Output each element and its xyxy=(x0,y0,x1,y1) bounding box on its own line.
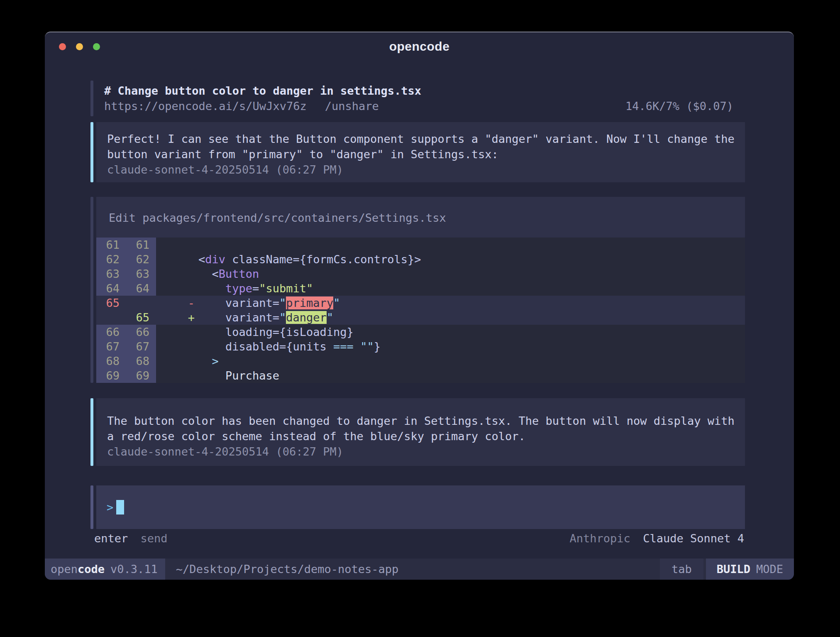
diff-row-ctx: 6363 <Button xyxy=(96,267,745,281)
mode-word-mode: MODE xyxy=(756,559,783,580)
line-number-old: 67 xyxy=(96,339,126,354)
code-line: variant="primary" xyxy=(198,296,745,310)
line-number-old: 65 xyxy=(96,296,126,310)
code-line: <Button xyxy=(198,267,745,281)
diff-marker xyxy=(156,238,198,252)
model-label[interactable]: Claude Sonnet 4 xyxy=(643,532,744,545)
code-line: loading={isLoading} xyxy=(198,325,745,339)
opencode-window: opencode # Change button color to danger… xyxy=(45,32,794,580)
enter-key-hint: enter xyxy=(94,532,128,545)
diff-marker: - xyxy=(156,296,198,310)
diff-row-ctx: 6161 xyxy=(96,238,745,252)
status-bar: opencode v0.3.11 ~/Desktop/Projects/demo… xyxy=(45,559,794,580)
line-number-new: 63 xyxy=(126,267,156,281)
diff-row-del: 65- variant="primary" xyxy=(96,296,745,310)
hints-row: enter send Anthropic Claude Sonnet 4 xyxy=(90,532,750,546)
diff-row-ctx: 6464 type="submit" xyxy=(96,281,745,296)
prompt-input-block: > xyxy=(90,485,750,529)
line-number-new: 64 xyxy=(126,281,156,296)
code-line: variant="danger" xyxy=(198,310,745,325)
line-number-old: 61 xyxy=(96,238,126,252)
line-number-new: 61 xyxy=(126,238,156,252)
window-titlebar: opencode xyxy=(45,32,794,61)
line-number-old: 63 xyxy=(96,267,126,281)
share-url-link[interactable]: https://opencode.ai/s/UwJxv76z xyxy=(104,98,307,114)
session-header: # Change button color to danger in setti… xyxy=(90,81,750,116)
tab-key-hint: tab xyxy=(660,559,703,580)
assistant-message-line: button variant from "primary" to "danger… xyxy=(107,147,734,162)
input-right-rule xyxy=(747,485,750,529)
line-number-old: 66 xyxy=(96,325,126,339)
edit-panel-body: Edit packages/frontend/src/containers/Se… xyxy=(96,197,745,383)
prompt-input[interactable]: > xyxy=(96,485,745,529)
diff-marker xyxy=(156,267,198,281)
token-usage-cost: 14.6K/7% ($0.07) xyxy=(625,98,733,114)
code-line: <div className={formCs.controls}> xyxy=(198,252,745,267)
line-number-old: 69 xyxy=(96,368,126,383)
diff-marker xyxy=(156,252,198,267)
line-number-old: 68 xyxy=(96,354,126,368)
line-number-new: 69 xyxy=(126,368,156,383)
diff-marker xyxy=(156,339,198,354)
assistant-message-right-rule xyxy=(747,398,750,466)
chat-scroll-area: # Change button color to danger in setti… xyxy=(90,81,750,546)
edit-panel-left-rule xyxy=(90,197,93,383)
assistant-message: Perfect! I can see that the Button compo… xyxy=(90,122,750,182)
line-number-new xyxy=(126,296,156,310)
assistant-message-line: The button color has been changed to dan… xyxy=(107,413,734,429)
code-line: Purchase xyxy=(198,368,745,383)
diff-row-ctx: 6868 > xyxy=(96,354,745,368)
code-line: disabled={units === ""} xyxy=(198,339,745,354)
assistant-message-right-rule xyxy=(747,122,750,182)
assistant-message-accent-bar xyxy=(90,122,93,182)
line-number-new: 62 xyxy=(126,252,156,267)
line-number-new: 65 xyxy=(126,310,156,325)
build-mode-chip[interactable]: BUILD MODE xyxy=(706,559,794,580)
assistant-message-accent-bar xyxy=(90,398,93,466)
diff-view: 61616262<div className={formCs.controls}… xyxy=(96,238,745,383)
assistant-message-line: Perfect! I can see that the Button compo… xyxy=(107,131,734,147)
message-model-timestamp: claude-sonnet-4-20250514 (06:27 PM) xyxy=(107,444,734,459)
line-number-new: 68 xyxy=(126,354,156,368)
diff-marker xyxy=(156,354,198,368)
app-name-open: open xyxy=(51,559,78,580)
edit-panel-scrollbar[interactable] xyxy=(747,197,750,383)
diff-row-ctx: 6262<div className={formCs.controls}> xyxy=(96,252,745,267)
line-number-old: 64 xyxy=(96,281,126,296)
window-title: opencode xyxy=(45,39,794,54)
input-left-rule xyxy=(90,485,93,529)
edit-tool-panel: Edit packages/frontend/src/containers/Se… xyxy=(90,197,750,383)
diff-row-ctx: 6969 Purchase xyxy=(96,368,745,383)
session-header-left-rule xyxy=(90,81,93,116)
diff-marker: + xyxy=(156,310,198,325)
code-line: type="submit" xyxy=(198,281,745,296)
provider-label: Anthropic xyxy=(570,532,630,545)
diff-marker xyxy=(156,325,198,339)
message-model-timestamp: claude-sonnet-4-20250514 (06:27 PM) xyxy=(107,162,734,177)
working-directory: ~/Desktop/Projects/demo-notes-app xyxy=(176,559,398,580)
prompt-chevron: > xyxy=(107,501,113,514)
diff-row-add: 65+ variant="danger" xyxy=(96,310,745,325)
line-number-new: 67 xyxy=(126,339,156,354)
line-number-old: 62 xyxy=(96,252,126,267)
send-action-hint: send xyxy=(141,532,168,545)
diff-row-ctx: 6767 disabled={units === ""} xyxy=(96,339,745,354)
app-name-code: code xyxy=(78,559,105,580)
edit-file-path: Edit packages/frontend/src/containers/Se… xyxy=(96,212,745,224)
diff-marker xyxy=(156,368,198,383)
assistant-message: The button color has been changed to dan… xyxy=(90,398,750,466)
diff-marker xyxy=(156,281,198,296)
session-title: # Change button color to danger in setti… xyxy=(104,83,421,98)
session-header-right-rule xyxy=(747,81,750,116)
text-cursor xyxy=(116,500,124,514)
line-number-old xyxy=(96,310,126,325)
diff-row-ctx: 6666 loading={isLoading} xyxy=(96,325,745,339)
assistant-message-line: a red/rose color scheme instead of the b… xyxy=(107,429,734,444)
app-version: v0.3.11 xyxy=(110,559,158,580)
mode-word-build: BUILD xyxy=(717,559,750,580)
code-line: > xyxy=(198,354,745,368)
unshare-command[interactable]: /unshare xyxy=(325,98,379,114)
line-number-new: 66 xyxy=(126,325,156,339)
code-line xyxy=(198,238,745,252)
app-version-chip: opencode v0.3.11 xyxy=(45,559,165,580)
